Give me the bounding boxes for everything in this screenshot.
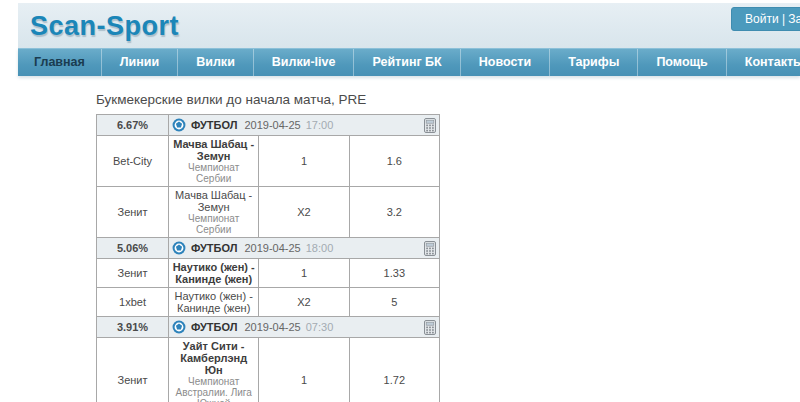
match-date: 2019-04-25 <box>244 321 300 333</box>
bet-type: X2 <box>259 187 349 238</box>
arbitrage-table: 6.67% ФУТБОЛ 2019-04-25 17:00 Bet-City <box>96 114 440 238</box>
football-icon <box>172 320 186 334</box>
calculator-icon[interactable] <box>424 320 436 335</box>
nav-tab-vilki-live[interactable]: Вилки-live <box>253 49 354 76</box>
match-name: Мачва Шабац - Земун <box>172 189 255 213</box>
table-row: Зенит Мачва Шабац - Земун Чемпионат Серб… <box>97 187 440 238</box>
arb-percent: 6.67% <box>97 115 169 136</box>
arbitrage-table: 5.06% ФУТБОЛ 2019-04-25 18:00 Зенит <box>96 237 440 317</box>
calculator-icon[interactable] <box>424 241 436 256</box>
table-row: 1xbet Наутико (жен) - Канинде (жен) X2 5 <box>97 288 440 317</box>
site-logo[interactable]: Scan-Sport <box>30 11 179 42</box>
odds-value: 1.6 <box>349 136 439 187</box>
match-name: Наутико (жен) - Канинде (жен) <box>172 290 255 314</box>
match-date: 2019-04-25 <box>244 242 300 254</box>
league-name: Чемпионат Сербии <box>172 213 255 235</box>
bet-type: 1 <box>259 259 349 288</box>
pre-section-heading: Букмекерские вилки до начала матча, PRE <box>96 92 800 107</box>
nav-tab-tariffs[interactable]: Тарифы <box>549 49 637 76</box>
arb-percent: 5.06% <box>97 238 169 259</box>
football-icon <box>172 118 186 132</box>
login-register-button[interactable]: Войти | Зарег <box>731 7 800 31</box>
sport-label: ФУТБОЛ <box>191 119 237 131</box>
table-row: Bet-City Мачва Шабац - Земун Чемпионат С… <box>97 136 440 187</box>
main-content: Букмекерские вилки до начала матча, PRE … <box>18 76 800 402</box>
nav-tab-lines[interactable]: Линии <box>101 49 177 76</box>
main-nav: Главная Линии Вилки Вилки-live Рейтинг Б… <box>18 48 800 76</box>
bet-type: 1 <box>259 136 349 187</box>
bookmaker-name: 1xbet <box>97 288 169 317</box>
match-time: 18:00 <box>306 242 334 254</box>
football-icon <box>172 241 186 255</box>
table-row: Зенит Уайт Сити - Камберлэнд Юн Чемпиона… <box>97 338 440 402</box>
sport-label: ФУТБОЛ <box>191 242 237 254</box>
odds-value: 3.2 <box>349 187 439 238</box>
bookmaker-name: Зенит <box>97 338 169 402</box>
match-time: 07:30 <box>306 321 334 333</box>
sport-label: ФУТБОЛ <box>191 321 237 333</box>
table-row: Зенит Наутико (жен) - Канинде (жен) 1 1.… <box>97 259 440 288</box>
odds-value: 1.72 <box>349 338 439 402</box>
arb-percent: 3.91% <box>97 317 169 338</box>
bookmaker-name: Зенит <box>97 187 169 238</box>
bookmaker-name: Зенит <box>97 259 169 288</box>
nav-tab-news[interactable]: Новости <box>460 49 549 76</box>
nav-tab-bk-rating[interactable]: Рейтинг БК <box>353 49 459 76</box>
bookmaker-name: Bet-City <box>97 136 169 187</box>
league-name: Чемпионат Австралии. Лига Южной Австрали… <box>172 376 255 402</box>
league-name: Чемпионат Сербии <box>172 162 255 184</box>
calculator-icon[interactable] <box>424 118 436 133</box>
odds-value: 1.33 <box>349 259 439 288</box>
arbitrage-table: 3.91% ФУТБОЛ 2019-04-25 07:30 Зенит <box>96 316 440 402</box>
nav-tab-help[interactable]: Помощь <box>637 49 725 76</box>
match-name: Наутико (жен) - Канинде (жен) <box>172 261 255 285</box>
match-name: Мачва Шабац - Земун <box>172 138 255 162</box>
match-name: Уайт Сити - Камберлэнд Юн <box>172 340 255 376</box>
odds-value: 5 <box>349 288 439 317</box>
match-time: 17:00 <box>306 119 334 131</box>
nav-tab-home[interactable]: Главная <box>18 49 101 76</box>
bet-type: X2 <box>259 288 349 317</box>
match-date: 2019-04-25 <box>244 119 300 131</box>
nav-tab-contacts[interactable]: Контакты <box>726 49 800 76</box>
bet-type: 1 <box>259 338 349 402</box>
nav-tab-vilki[interactable]: Вилки <box>177 49 253 76</box>
pre-section: Букмекерские вилки до начала матча, PRE … <box>96 92 800 402</box>
page-container: Scan-Sport Войти | Зарег Главная Линии В… <box>18 3 800 402</box>
site-header: Scan-Sport Войти | Зарег <box>18 3 800 48</box>
